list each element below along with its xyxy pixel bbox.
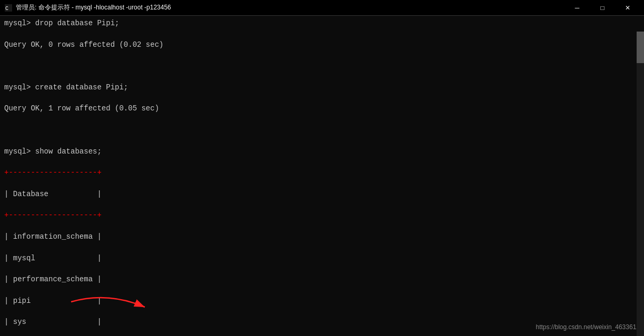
- scrollbar-thumb[interactable]: [637, 32, 644, 63]
- line-1: mysql> drop database Pipi;: [4, 18, 640, 28]
- line-10: +--------------------+: [4, 210, 640, 220]
- arrow-indicator: [66, 297, 150, 318]
- window-title: 管理员: 命令提示符 - mysql -hlocalhost -uroot -p…: [16, 3, 565, 12]
- scrollbar[interactable]: [637, 32, 644, 336]
- line-5: Query OK, 1 row affected (0.05 sec): [4, 103, 640, 114]
- line-6: [4, 125, 640, 135]
- window-controls: ─ □ ✕: [565, 0, 640, 16]
- line-12: | mysql |: [4, 253, 640, 263]
- line-3: [4, 60, 640, 71]
- terminal-area[interactable]: mysql> drop database Pipi; Query OK, 0 r…: [0, 16, 644, 336]
- terminal-window: C 管理员: 命令提示符 - mysql -hlocalhost -uroot …: [0, 0, 644, 336]
- line-8: +--------------------+: [4, 167, 640, 178]
- svg-text:C: C: [5, 6, 8, 12]
- line-11: | information_schema |: [4, 231, 640, 242]
- terminal-output: mysql> drop database Pipi; Query OK, 0 r…: [4, 18, 640, 336]
- title-bar: C 管理员: 命令提示符 - mysql -hlocalhost -uroot …: [0, 0, 644, 16]
- watermark: https://blog.csdn.net/weixin_4633612: [536, 323, 640, 332]
- line-4: mysql> create database Pipi;: [4, 82, 640, 93]
- line-7: mysql> show databases;: [4, 146, 640, 157]
- line-2: Query OK, 0 rows affected (0.02 sec): [4, 39, 640, 50]
- app-icon: C: [4, 4, 13, 12]
- close-button[interactable]: ✕: [616, 0, 640, 16]
- minimize-button[interactable]: ─: [565, 0, 589, 16]
- maximize-button[interactable]: □: [590, 0, 615, 16]
- line-13: | performance_schema |: [4, 274, 640, 284]
- line-9: | Database |: [4, 189, 640, 199]
